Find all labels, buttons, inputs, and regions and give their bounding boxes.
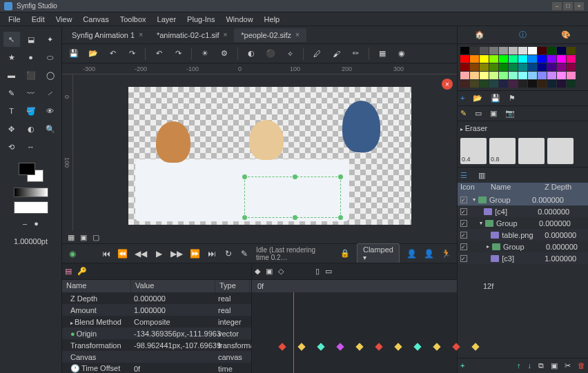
palette-color[interactable] [460,80,469,88]
tool-12[interactable]: T [3,103,20,119]
tool-9[interactable]: ✎ [3,85,20,101]
menu-edit[interactable]: Edit [26,14,50,25]
layer-dup-icon[interactable]: ⧉ [538,361,544,370]
menu-window[interactable]: Window [220,14,258,25]
loop-button[interactable]: ↻ [224,248,233,260]
palette-color[interactable] [489,63,498,71]
palette-color[interactable] [567,63,576,71]
canvas-opt-2[interactable]: ▣ [80,233,87,242]
layer-add-icon[interactable]: + [460,361,464,370]
visibility-checkbox[interactable] [460,208,467,215]
palette-color[interactable] [567,72,576,79]
palette-color[interactable] [567,47,576,54]
palette-color[interactable] [509,63,518,71]
layer-del-icon[interactable]: 🗑 [578,361,585,370]
visibility-checkbox[interactable] [460,220,467,227]
tool-2[interactable]: ✦ [42,32,59,47]
menu-toolbox[interactable]: Toolbox [115,14,152,25]
minimize-button[interactable]: – [552,2,562,10]
doc-tab-2[interactable]: *people-02.sifz× [234,28,306,42]
onion-prev-button[interactable]: 👤 [406,248,417,260]
toolbar-btn-16[interactable]: 🖌 [329,46,344,61]
rp-tab-home-icon[interactable]: 🏠 [475,30,484,39]
visibility-checkbox[interactable] [460,255,467,262]
visibility-checkbox[interactable] [460,243,467,250]
toolbar-btn-19[interactable]: ▦ [375,46,390,61]
tool-7[interactable]: ⬛ [23,68,39,83]
handle-sw[interactable] [242,215,247,220]
play-button[interactable]: ▶ [154,248,164,260]
tool-15[interactable]: ✥ [3,121,20,137]
timeline-tracks[interactable] [252,292,457,373]
tt-btn-4[interactable]: ▯ [315,267,320,276]
palette-color[interactable] [518,72,527,79]
palette-save-icon[interactable]: 💾 [491,94,500,103]
keyframe[interactable] [297,343,305,350]
playhead[interactable] [293,292,294,373]
layer-cut-icon[interactable]: ✂ [565,361,571,370]
handle-s[interactable] [293,215,297,220]
toolbar-btn-12[interactable]: ⚫ [263,46,278,61]
palette-color[interactable] [509,55,518,63]
tool-18[interactable]: ⟲ [3,139,20,154]
toolbar-btn-8[interactable]: ☀ [197,46,213,61]
palette-color[interactable] [480,80,489,88]
palette-color[interactable] [460,63,469,71]
palette-color[interactable] [499,63,508,71]
param-row[interactable]: Canvascanvas [62,351,251,363]
close-canvas-button[interactable]: × [442,79,453,90]
palette-color[interactable] [470,55,479,63]
palette-color[interactable] [499,55,508,63]
keyframe[interactable] [355,343,363,350]
tt-btn-5[interactable]: ▭ [325,267,332,276]
menu-layer[interactable]: Layer [152,14,182,25]
canvas-opt-3[interactable]: ▢ [92,233,99,242]
toolbar-btn-15[interactable]: 🖊 [309,46,324,61]
tool-11[interactable]: ⟋ [42,85,59,101]
goto-start-button[interactable]: ⏮ [101,248,111,260]
decrease-icon[interactable]: – [23,219,27,228]
tab-close-icon[interactable]: × [295,31,300,39]
handle-se[interactable] [338,215,343,220]
keyframes-tab-icon[interactable]: 🔑 [77,267,87,276]
tool-16[interactable]: ◐ [23,121,39,137]
palette-color[interactable] [509,47,518,54]
handle-n[interactable] [293,174,297,179]
param-row[interactable]: 🕐Time Offset0ftime [62,363,251,373]
keyframe[interactable] [394,343,402,350]
interpolation-dropdown[interactable]: Clamped ▾ [357,243,400,263]
canvas-opt-1[interactable]: ▦ [68,233,75,242]
handle-ne[interactable] [338,174,343,179]
tab-close-icon[interactable]: × [139,31,143,39]
keyframe[interactable] [375,343,382,350]
palette-color[interactable] [528,80,537,88]
toolbar-btn-5[interactable]: ↶ [151,46,166,61]
palette-color[interactable] [480,47,489,54]
toolbar-btn-11[interactable]: ◐ [244,46,259,61]
toolbar-btn-20[interactable]: ◉ [394,46,409,61]
palette-color[interactable] [489,80,498,88]
toolbar-btn-13[interactable]: ⟡ [282,46,297,61]
layer-row[interactable]: ▾Group0.000000 [458,217,588,229]
menu-view[interactable]: View [50,14,78,25]
brush-tab-1-icon[interactable]: ✎ [460,109,467,118]
tool-0[interactable]: ↖ [3,32,20,47]
palette-color[interactable] [470,47,479,54]
doc-tab-0[interactable]: Synfig Animation 1× [65,28,150,42]
palette-color[interactable] [499,80,508,88]
layer-row[interactable]: ▸Group0.000000 [458,241,588,252]
onion-next-button[interactable]: 👤 [424,248,434,260]
layer-row[interactable]: ▾Group0.000000 [458,194,588,205]
tool-19[interactable]: ↔ [23,139,39,154]
tt-btn-3[interactable]: ◇ [278,267,284,276]
library-tab-icon[interactable]: ▥ [478,171,485,180]
param-row[interactable]: Amount1.000000real [62,304,251,316]
palette-color[interactable] [567,80,576,88]
tool-3[interactable]: ★ [3,50,20,65]
palette-color[interactable] [480,72,489,79]
tool-13[interactable]: 🪣 [23,103,39,119]
canvas-viewport[interactable]: × [73,74,457,231]
tool-1[interactable]: ⬓ [23,32,39,47]
palette-color[interactable] [557,55,566,63]
next-frame-button[interactable]: ▶▶ [170,248,183,260]
